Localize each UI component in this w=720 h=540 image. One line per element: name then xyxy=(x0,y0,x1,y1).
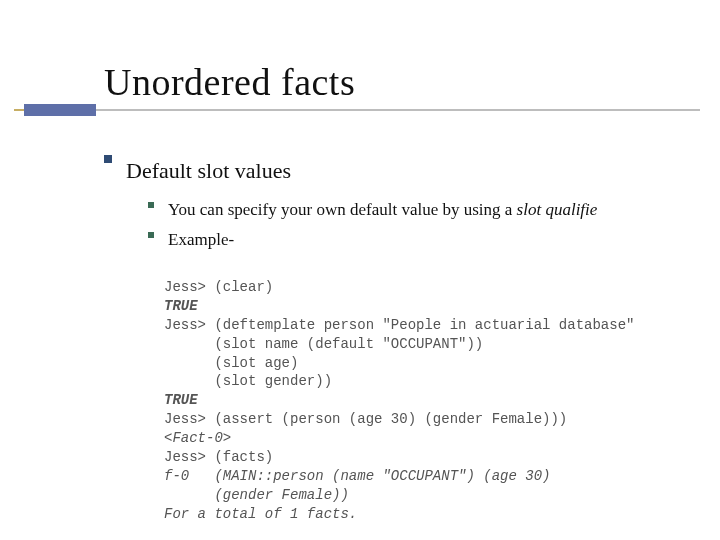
code-l2: TRUE xyxy=(164,298,198,314)
code-l4: (slot name (default "OCCUPANT")) xyxy=(164,336,483,352)
title-wrap: Unordered facts xyxy=(0,60,720,104)
code-l3: Jess> (deftemplate person "People in act… xyxy=(164,317,634,333)
rule-accent xyxy=(24,104,96,116)
bullet-lvl1: Default slot values xyxy=(104,146,690,194)
slide: Unordered facts Default slot values You … xyxy=(0,0,720,540)
code-l7: TRUE xyxy=(164,392,198,408)
code-l8: Jess> (assert (person (age 30) (gender F… xyxy=(164,411,567,427)
code-l1: Jess> (clear) xyxy=(164,279,273,295)
code-l11: f-0 (MAIN::person (name "OCCUPANT") (age… xyxy=(164,468,550,484)
lvl2b-text: Example- xyxy=(168,230,234,250)
code-l12: (gender Female)) xyxy=(164,487,349,503)
slide-title: Unordered facts xyxy=(104,60,720,104)
square-bullet-icon xyxy=(148,202,154,208)
content: Default slot values You can specify your… xyxy=(0,110,720,524)
code-l5: (slot age) xyxy=(164,355,298,371)
code-l10: Jess> (facts) xyxy=(164,449,273,465)
code-l6: (slot gender)) xyxy=(164,373,332,389)
bullet-lvl2-a: You can specify your own default value b… xyxy=(148,194,690,224)
lvl2a-pre: You can specify your own default value b… xyxy=(168,200,517,219)
square-bullet-icon xyxy=(148,232,154,238)
lvl2a-em: slot qualifie xyxy=(517,200,598,219)
square-bullet-icon xyxy=(104,155,112,163)
code-l9: <Fact-0> xyxy=(164,430,231,446)
lvl2a-text: You can specify your own default value b… xyxy=(168,200,597,220)
bullet-lvl2-b: Example- xyxy=(148,224,690,254)
code-block: Jess> (clear) TRUE Jess> (deftemplate pe… xyxy=(164,278,690,524)
lvl1-text: Default slot values xyxy=(126,158,291,184)
rule-main xyxy=(44,109,700,111)
code-l13: For a total of 1 facts. xyxy=(164,506,357,522)
